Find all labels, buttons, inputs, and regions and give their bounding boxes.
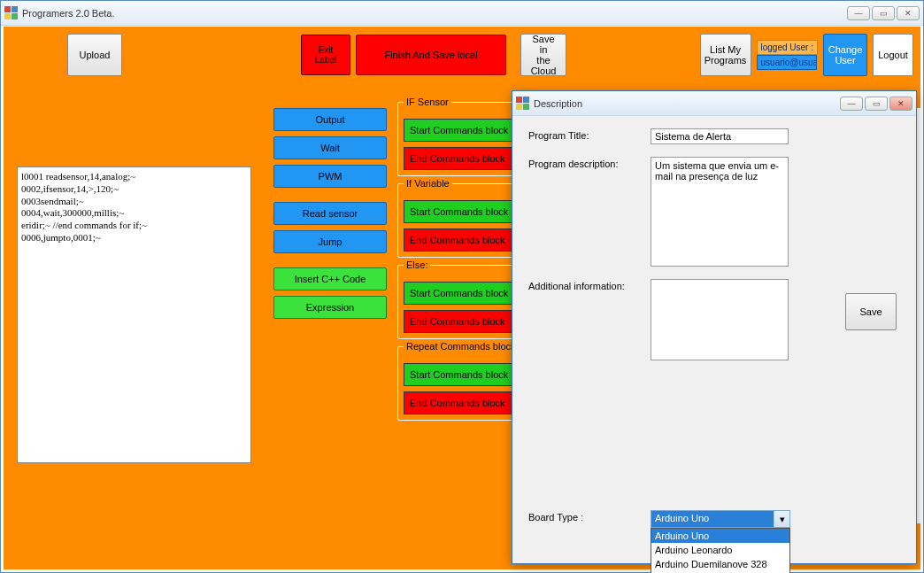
additional-info-input[interactable]: [651, 279, 789, 360]
change-user-button[interactable]: Change User: [823, 34, 867, 76]
svg-rect-1: [12, 6, 18, 12]
palette-output[interactable]: Output: [273, 108, 387, 131]
svg-rect-6: [516, 104, 522, 110]
upload-button[interactable]: Upload: [67, 34, 122, 76]
palette-read-sensor[interactable]: Read sensor: [273, 202, 387, 225]
exit-label-button[interactable]: Exit Label: [301, 35, 350, 75]
dialog-title: Description: [534, 98, 840, 109]
block-groups: IF Sensor Start Commands block End Comma…: [397, 102, 521, 421]
palette-wait[interactable]: Wait: [273, 136, 387, 159]
palette-pwm[interactable]: PWM: [273, 165, 387, 188]
group-legend: If Variable: [404, 178, 452, 189]
svg-rect-2: [4, 13, 11, 19]
repeat-end[interactable]: End Commands block: [404, 391, 515, 414]
group-legend: IF Sensor: [404, 97, 451, 107]
group-if-sensor: IF Sensor Start Commands block End Comma…: [397, 102, 521, 176]
group-if-variable: If Variable Start Commands block End Com…: [397, 183, 521, 258]
group-legend: Else:: [404, 259, 430, 270]
dialog-save-button[interactable]: Save: [845, 293, 897, 330]
program-desc-input[interactable]: [651, 157, 789, 267]
else-start[interactable]: Start Commands block: [404, 282, 515, 305]
svg-rect-4: [516, 97, 522, 103]
group-legend: Repeat Commands block: [404, 341, 519, 352]
board-option[interactable]: Arduino Leonardo: [651, 543, 789, 557]
dialog-titlebar[interactable]: Description — ▭ ✕: [512, 91, 916, 116]
palette-jump[interactable]: Jump: [273, 230, 387, 253]
dialog-minimize-button[interactable]: —: [840, 97, 863, 111]
board-type-list: Arduino Uno Arduino Leonardo Arduino Due…: [651, 528, 790, 573]
svg-rect-5: [523, 97, 529, 103]
palette-expression[interactable]: Expression: [273, 296, 387, 319]
if-variable-end[interactable]: End Commands block: [404, 228, 515, 252]
maximize-button[interactable]: ▭: [872, 6, 895, 20]
svg-rect-7: [523, 104, 529, 110]
program-desc-label: Program description:: [528, 157, 651, 267]
dialog-maximize-button[interactable]: ▭: [865, 97, 888, 111]
repeat-start[interactable]: Start Commands block: [404, 363, 515, 386]
board-type-dropdown[interactable]: Arduino Uno ▾ Arduino Uno Arduino Leonar…: [651, 510, 790, 528]
if-sensor-start[interactable]: Start Commands block: [404, 119, 515, 142]
group-else: Else: Start Commands block End Commands …: [397, 265, 521, 339]
finish-save-local-button[interactable]: Finish And Save local: [356, 35, 506, 75]
app-icon: [4, 6, 19, 20]
main-title: Programers 2.0 Beta.: [22, 8, 847, 19]
top-toolbar: Upload Exit Label Finish And Save local …: [4, 27, 920, 82]
if-variable-start[interactable]: Start Commands block: [404, 200, 515, 223]
description-dialog: Description — ▭ ✕ Program Title: Program…: [512, 90, 917, 564]
if-sensor-end[interactable]: End Commands block: [404, 147, 515, 170]
main-titlebar[interactable]: Programers 2.0 Beta. — ▭ ✕: [1, 1, 923, 26]
program-title-label: Program Title:: [528, 128, 651, 144]
board-option[interactable]: Arduino Duemilanove 328: [651, 557, 789, 571]
logout-button[interactable]: Logout: [873, 34, 913, 76]
app-icon: [516, 97, 530, 111]
dialog-close-button[interactable]: ✕: [889, 97, 912, 111]
chevron-down-icon[interactable]: ▾: [774, 511, 789, 527]
save-cloud-button[interactable]: Save in the Cloud: [520, 34, 566, 76]
program-title-input[interactable]: [651, 128, 789, 144]
svg-rect-0: [4, 6, 11, 12]
dialog-body: Program Title: Program description: Addi…: [512, 116, 916, 563]
group-repeat: Repeat Commands block Start Commands blo…: [397, 346, 521, 421]
close-button[interactable]: ✕: [897, 6, 920, 20]
list-programs-button[interactable]: List My Programs: [700, 34, 751, 76]
logged-user-label: logged User :: [757, 40, 818, 55]
additional-info-label: Additional information:: [528, 279, 651, 360]
board-type-label: Board Type :: [528, 510, 651, 528]
logged-user-block: logged User : usuario@usua: [757, 40, 818, 70]
else-end[interactable]: End Commands block: [404, 310, 515, 333]
logged-user-value: usuario@usua: [757, 55, 817, 70]
palette-insert-cpp[interactable]: Insert C++ Code: [273, 267, 387, 290]
board-option[interactable]: Arduino Uno: [651, 529, 789, 543]
code-listing[interactable]: l0001 readsensor,14,analog;~ 0002,ifsens…: [17, 166, 251, 463]
command-palette: Output Wait PWM Read sensor Jump Insert …: [273, 108, 387, 319]
svg-rect-3: [12, 13, 18, 19]
board-type-selected: Arduino Uno: [651, 511, 774, 527]
minimize-button[interactable]: —: [847, 6, 870, 20]
